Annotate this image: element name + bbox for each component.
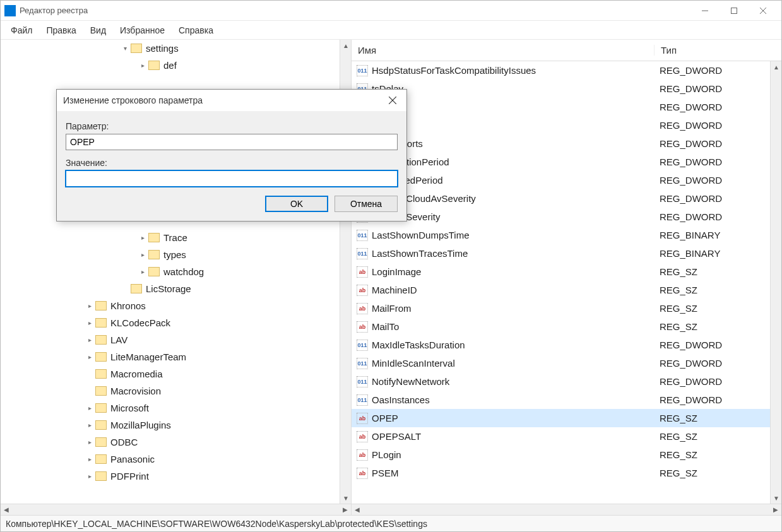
tree-item-label: Trace [163,232,187,243]
list-vertical-scrollbar[interactable]: ▲ ▼ [770,61,781,504]
value-row[interactable]: 011LastShownTracesTimeREG_BINARY [352,244,781,263]
chevron-right-icon[interactable]: ▸ [85,336,94,343]
value-row[interactable]: 011cessibleCloudAvSeverityREG_DWORD [352,189,781,208]
status-path: Компьютер\HKEY_LOCAL_MACHINE\SOFTWARE\WO… [6,519,427,529]
chevron-right-icon[interactable]: ▸ [85,302,94,309]
folder-icon [95,301,107,310]
value-row[interactable]: 011cessibleSeverityREG_DWORD [352,208,781,226]
chevron-right-icon[interactable]: ▸ [85,456,94,463]
tree-item-label: watchdog [163,266,204,277]
value-row[interactable]: 011NotifyNewNetworkREG_DWORD [352,372,781,391]
chevron-right-icon[interactable]: ▸ [138,251,147,258]
scroll-right-icon[interactable]: ▶ [770,504,781,516]
string-value-icon: ab [357,431,368,442]
value-row[interactable]: 011HsdpStatusForTaskCompatibilityIssuesR… [352,61,781,80]
scroll-down-icon[interactable]: ▼ [771,492,782,504]
scroll-up-icon[interactable]: ▲ [771,61,782,73]
minimize-button[interactable] [690,1,720,21]
tree-item[interactable]: ▸LiteManagerTeam [1,348,351,365]
value-row[interactable]: 011LastShownDumpsTimeREG_BINARY [352,226,781,244]
menu-help[interactable]: Справка [172,23,220,38]
tree-item[interactable]: ▸watchdog [1,263,351,280]
value-row[interactable]: abOPEPREG_SZ [352,409,781,427]
value-row[interactable]: abMailFromREG_SZ [352,299,781,317]
scroll-right-icon[interactable]: ▶ [340,504,351,516]
tree-item[interactable]: Macrovision [1,382,351,399]
menu-edit[interactable]: Правка [40,23,82,38]
tree-item-label: Macrovision [110,386,161,396]
value-row[interactable]: 011MinIdleScanIntervalREG_DWORD [352,354,781,372]
value-row[interactable]: abPSEMREG_SZ [352,464,781,482]
value-name: MachineID [372,285,653,295]
tree-item[interactable]: ▸Trace [1,229,351,246]
chevron-right-icon[interactable]: ▸ [138,62,147,69]
value-row[interactable]: 011tsDelayREG_DWORD [352,80,781,98]
tree-item[interactable]: ▸Microsoft [1,399,351,417]
maximize-button[interactable] [720,1,749,21]
scroll-left-icon[interactable]: ◀ [352,504,363,516]
chevron-right-icon[interactable]: ▸ [85,473,94,480]
list-body[interactable]: 011HsdpStatusForTaskCompatibilityIssuesR… [352,61,781,515]
value-row[interactable]: 011OasInstancesREG_DWORD [352,391,781,409]
chevron-right-icon[interactable]: ▸ [85,422,94,429]
tree-item[interactable]: ▸MozillaPlugins [1,417,351,434]
column-type-header[interactable]: Тип [655,45,781,56]
value-row[interactable]: 011allREG_DWORD [352,98,781,116]
chevron-right-icon[interactable]: ▸ [85,439,94,446]
value-type: REG_DWORD [653,120,722,131]
value-name: cessibleCloudAvSeverity [372,193,653,204]
chevron-down-icon[interactable]: ▾ [121,45,129,52]
cancel-button[interactable]: Отмена [335,196,398,212]
ok-button[interactable]: OK [265,196,328,212]
folder-icon [131,284,142,293]
menu-favorites[interactable]: Избранное [114,23,171,38]
chevron-right-icon[interactable]: ▸ [138,234,147,241]
tree-item[interactable]: ▸PDFPrint [1,468,351,485]
value-row[interactable]: abMachineIDREG_SZ [352,281,781,299]
value-input[interactable] [66,170,398,187]
scroll-left-icon[interactable]: ◀ [1,504,12,516]
chevron-right-icon[interactable]: ▸ [85,319,94,326]
param-name-input[interactable] [66,134,398,150]
menu-file[interactable]: Файл [4,23,39,38]
tree-item[interactable]: ▸ODBC [1,434,351,451]
tree-item[interactable]: ▸Panasonic [1,451,351,468]
tree-item[interactable]: ▸def [1,57,351,74]
tree-item[interactable]: ▸Khronos [1,297,351,314]
value-row[interactable]: abOPEPSALTREG_SZ [352,427,781,446]
tree-item-label: Macromedia [110,369,163,379]
tree-item[interactable]: ▸types [1,246,351,263]
value-row[interactable]: 011centReportsREG_DWORD [352,134,781,153]
value-row[interactable]: 011iveREG_DWORD [352,116,781,134]
folder-icon [148,250,160,259]
value-row[interactable]: abLoginImageREG_SZ [352,263,781,281]
tree-item[interactable]: LicStorage [1,280,351,297]
column-name-header[interactable]: Имя [352,45,655,56]
chevron-right-icon[interactable]: ▸ [85,353,94,360]
value-name: MaxIdleTasksDuration [372,340,653,350]
scroll-up-icon[interactable]: ▲ [340,40,352,51]
value-type: REG_SZ [653,303,697,314]
close-button[interactable] [749,1,778,21]
dialog-close-button[interactable] [385,93,400,108]
tree-item[interactable]: ▸KLCodecPack [1,314,351,331]
tree-horizontal-scrollbar[interactable]: ◀ ▶ [1,504,351,515]
tree-item[interactable]: ▾settings [1,40,351,57]
tree-item-label: PDFPrint [110,471,149,482]
value-type: REG_SZ [653,431,697,442]
value-row[interactable]: 011BeExpiredPeriodREG_DWORD [352,171,781,189]
scroll-down-icon[interactable]: ▼ [340,492,352,504]
folder-icon [95,420,107,430]
list-horizontal-scrollbar[interactable]: ◀ ▶ [352,504,781,515]
tree-item-label: LicStorage [146,283,191,294]
menu-view[interactable]: Вид [84,23,112,38]
value-row[interactable]: 011MaxIdleTasksDurationREG_DWORD [352,336,781,354]
tree-item[interactable]: ▸LAV [1,331,351,348]
value-row[interactable]: 011utExpirationPeriodREG_DWORD [352,153,781,171]
value-row[interactable]: abPLoginREG_SZ [352,446,781,464]
chevron-right-icon[interactable]: ▸ [85,405,94,411]
value-row[interactable]: abMailToREG_SZ [352,317,781,336]
chevron-right-icon[interactable]: ▸ [138,268,147,275]
tree-item[interactable]: Macromedia [1,365,351,382]
value-type: REG_DWORD [653,211,722,222]
